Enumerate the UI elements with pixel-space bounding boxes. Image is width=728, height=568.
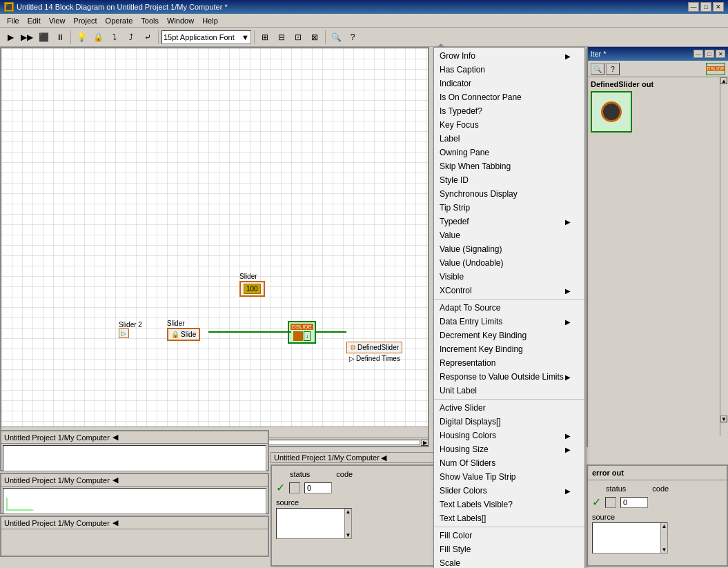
font-selector[interactable]: 15pt Application Font ▼ xyxy=(161,30,251,44)
right-help-btn[interactable]: ? xyxy=(606,63,620,75)
toolbar-align[interactable]: ⊞ xyxy=(257,30,273,45)
defined-slider-icon: ⚙ xyxy=(350,344,356,351)
ctx-adapt-source[interactable]: Adapt To Source xyxy=(434,301,584,315)
menu-edit[interactable]: Edit xyxy=(23,15,45,26)
minimize-button[interactable]: — xyxy=(688,2,699,12)
ctx-has-caption[interactable]: Has Caption xyxy=(434,63,584,77)
ctx-data-entry[interactable]: Data Entry Limits ▶ xyxy=(434,315,584,329)
slider-mid-element[interactable]: Slider 🔒 Slide xyxy=(167,320,200,341)
toolbar-help[interactable]: ? xyxy=(345,30,360,45)
font-dropdown-arrow[interactable]: ▼ xyxy=(242,33,249,41)
block-diagram-canvas[interactable]: Slider 100 Slider 2 ▷ Slider 🔒 xyxy=(0,47,429,447)
defined-slider-element[interactable]: ⚙ DefinedSlider ▷ Defined Times xyxy=(346,342,402,362)
right-search-btn[interactable]: 🔍 xyxy=(591,63,604,75)
right-panel-maximize[interactable]: □ xyxy=(705,50,714,58)
close-button[interactable]: ✕ xyxy=(713,2,724,12)
ctx-fill-style[interactable]: Fill Style xyxy=(434,542,584,556)
right-panel-minimize[interactable]: — xyxy=(693,50,703,58)
ctx-text-labels-visible[interactable]: Text Labels Visible? xyxy=(434,498,584,511)
code-value-box[interactable]: 0 xyxy=(304,482,332,493)
ctx-key-focus[interactable]: Key Focus xyxy=(434,118,584,132)
right-scrollbar[interactable]: ▲ ▼ xyxy=(720,77,728,436)
slider-top-block[interactable]: 100 xyxy=(239,281,265,297)
ctx-owning-pane[interactable]: Owning Pane xyxy=(434,146,584,159)
ctx-label[interactable]: Label xyxy=(434,132,584,146)
menu-view[interactable]: View xyxy=(45,15,70,26)
toolbar-reorder[interactable]: ⊠ xyxy=(307,30,322,45)
ctx-num-sliders[interactable]: Num Of Sliders xyxy=(434,456,584,470)
scroll-right-btn[interactable]: ▶ xyxy=(421,439,429,446)
bottom-panel-1-arrow[interactable]: ◀ xyxy=(112,433,118,442)
ctx-value-signaling[interactable]: Value (Signaling) xyxy=(434,242,584,256)
ctx-indicator[interactable]: Indicator xyxy=(434,77,584,90)
error-source-box[interactable]: ▲ ▼ xyxy=(592,522,668,554)
ctx-grow-info[interactable]: Grow Info ▶ xyxy=(434,49,584,63)
right-dslide-output[interactable] xyxy=(591,91,632,133)
ctx-style-id[interactable]: Style ID xyxy=(434,173,584,187)
menu-file[interactable]: File xyxy=(3,15,23,26)
ctx-visible[interactable]: Visible xyxy=(434,270,584,284)
dslide-block[interactable]: DSLIDE ↓ xyxy=(288,321,316,344)
menu-tools[interactable]: Tools xyxy=(137,15,163,26)
scroll-up-btn[interactable]: ▲ xyxy=(720,77,727,84)
error-code-box[interactable]: 0 xyxy=(620,497,648,508)
slider2-group[interactable]: Slider 2 ▷ xyxy=(119,321,142,338)
bottom-panel-2-arrow[interactable]: ◀ xyxy=(112,476,118,484)
ctx-scale[interactable]: Scale xyxy=(434,556,584,568)
src-scroll-down[interactable]: ▼ xyxy=(345,532,351,538)
ctx-representation[interactable]: Representation xyxy=(434,356,584,370)
status-bottom-arrow[interactable]: ◀ xyxy=(381,453,386,462)
ctx-response[interactable]: Response to Value Outside Limits ▶ xyxy=(434,370,584,384)
err-scroll-down[interactable]: ▼ xyxy=(661,547,667,553)
toolbar-resize[interactable]: ⊡ xyxy=(291,30,306,45)
toolbar-run-arrow[interactable]: ▶ xyxy=(3,30,18,45)
ctx-value[interactable]: Value xyxy=(434,228,584,242)
source-scrollbar[interactable]: ▲ ▼ xyxy=(344,509,351,538)
slider-top-element[interactable]: Slider 100 xyxy=(239,273,265,297)
ctx-is-on-connector[interactable]: Is On Connector Pane xyxy=(434,90,584,104)
ctx-tip-strip[interactable]: Tip Strip xyxy=(434,201,584,215)
ctx-typedef[interactable]: Typedef ▶ xyxy=(434,215,584,228)
ctx-xcontrol[interactable]: XControl ▶ xyxy=(434,284,584,297)
source-box[interactable]: ▲ ▼ xyxy=(276,508,352,539)
bottom-panel-3-arrow[interactable]: ◀ xyxy=(112,518,118,527)
err-scroll-up[interactable]: ▲ xyxy=(661,523,667,529)
menu-project[interactable]: Project xyxy=(69,15,101,26)
defined-slider-block[interactable]: ⚙ DefinedSlider xyxy=(346,342,402,353)
menu-operate[interactable]: Operate xyxy=(101,15,137,26)
toolbar-distribute[interactable]: ⊟ xyxy=(274,30,289,45)
ctx-skip-tabbing[interactable]: Skip When Tabbing xyxy=(434,159,584,173)
menu-window[interactable]: Window xyxy=(163,15,198,26)
src-scroll-up[interactable]: ▲ xyxy=(345,509,351,515)
ctx-text-labels[interactable]: Text Labels[] xyxy=(434,511,584,525)
ctx-unit-label[interactable]: Unit Label xyxy=(434,384,584,398)
toolbar-highlight[interactable]: 💡 xyxy=(74,30,89,45)
error-source-scrollbar[interactable]: ▲ ▼ xyxy=(660,523,667,553)
ctx-increment[interactable]: Increment Key Binding xyxy=(434,342,584,356)
ctx-active-slider[interactable]: Active Slider xyxy=(434,401,584,415)
toolbar-retain[interactable]: 🔒 xyxy=(90,30,106,45)
toolbar-pause[interactable]: ⏸ xyxy=(52,30,68,45)
toolbar-run-cont[interactable]: ▶▶ xyxy=(19,30,35,45)
ctx-fill-color[interactable]: Fill Color xyxy=(434,529,584,542)
menu-help[interactable]: Help xyxy=(198,15,222,26)
scroll-down-btn[interactable]: ▼ xyxy=(720,415,727,422)
toolbar-search[interactable]: 🔍 xyxy=(328,30,344,45)
ctx-housing-colors[interactable]: Housing Colors ▶ xyxy=(434,429,584,442)
maximize-button[interactable]: □ xyxy=(700,2,711,12)
ctx-digital-displays[interactable]: Digital Displays[] xyxy=(434,415,584,429)
ctx-slider-colors[interactable]: Slider Colors ▶ xyxy=(434,484,584,498)
toolbar-step-out[interactable]: ⤶ xyxy=(140,30,155,45)
ctx-synchronous[interactable]: Synchronous Display xyxy=(434,187,584,201)
ctx-show-value-tip[interactable]: Show Value Tip Strip xyxy=(434,470,584,484)
ctx-value-undoable[interactable]: Value (Undoable) xyxy=(434,256,584,270)
ctx-decrement[interactable]: Decrement Key Binding xyxy=(434,329,584,342)
toolbar-step-over[interactable]: ⤴ xyxy=(124,30,139,45)
slider2-block[interactable]: ▷ xyxy=(119,329,129,338)
toolbar-step-into[interactable]: ⤵ xyxy=(107,30,122,45)
ctx-is-typedef[interactable]: Is Typedef? xyxy=(434,104,584,118)
toolbar-abort[interactable]: ⬛ xyxy=(36,30,51,45)
ctx-housing-size[interactable]: Housing Size ▶ xyxy=(434,442,584,456)
right-panel-close[interactable]: ✕ xyxy=(716,50,725,58)
slider-mid-block[interactable]: 🔒 Slide xyxy=(167,328,200,341)
